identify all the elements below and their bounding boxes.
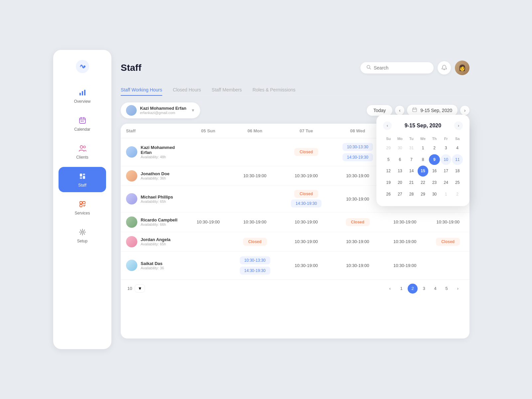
- cal-day[interactable]: 19: [383, 177, 394, 188]
- tabs: Staff Working Hours Closed Hours Staff M…: [121, 84, 469, 96]
- cal-day[interactable]: 23: [429, 177, 440, 188]
- staff-cell-jordan: Jordan Angela Availability: 65h: [121, 232, 187, 251]
- cal-day[interactable]: 2: [429, 143, 440, 154]
- sidebar-item-setup-label: Setup: [77, 239, 87, 243]
- avatar-michael: [126, 193, 137, 204]
- sidebar-item-setup[interactable]: Setup: [59, 223, 106, 248]
- page-4-button[interactable]: 4: [430, 284, 440, 294]
- cal-day[interactable]: 7: [406, 154, 417, 165]
- cal-day[interactable]: 22: [418, 177, 429, 188]
- cal-day[interactable]: 20: [395, 177, 406, 188]
- notification-button[interactable]: [438, 61, 451, 74]
- cal-day[interactable]: 26: [383, 189, 394, 200]
- staff-name-saikat: Saikat Das: [141, 261, 164, 266]
- cal-next-button[interactable]: ›: [454, 121, 463, 130]
- closed-badge: Closed: [294, 148, 318, 156]
- cal-day[interactable]: 28: [406, 189, 417, 200]
- staff-cell-jonathon: Jonathon Doe Availability: 36h: [121, 166, 187, 186]
- cal-day[interactable]: 14: [406, 166, 417, 177]
- cal-day[interactable]: 1: [441, 189, 452, 200]
- cal-day[interactable]: 13: [395, 166, 406, 177]
- cal-day[interactable]: 29: [418, 189, 429, 200]
- sidebar-item-clients[interactable]: Clients: [59, 139, 106, 164]
- col-header-tue: 07 Tue: [281, 124, 332, 138]
- cal-prev-button[interactable]: ‹: [383, 121, 392, 130]
- cal-day[interactable]: 30: [429, 189, 440, 200]
- cal-day[interactable]: 29: [383, 143, 394, 154]
- sidebar-item-services[interactable]: Services: [59, 195, 106, 220]
- search-box[interactable]: [360, 62, 434, 73]
- page-2-button[interactable]: 2: [408, 284, 418, 294]
- next-week-button[interactable]: ›: [460, 106, 469, 115]
- sidebar-item-clients-label: Clients: [76, 155, 88, 160]
- svg-rect-14: [80, 174, 82, 177]
- cal-day[interactable]: 2: [452, 189, 463, 200]
- staff-avail-kazi: Availability: 48h: [141, 155, 182, 159]
- page-title: Staff: [121, 63, 141, 73]
- staff-cell-saikat: Saikat Das Availability: 36: [121, 251, 187, 279]
- cal-day[interactable]: 25: [452, 177, 463, 188]
- tab-closed-hours[interactable]: Closed Hours: [173, 84, 201, 96]
- page-5-button[interactable]: 5: [442, 284, 452, 294]
- cal-day[interactable]: 17: [441, 166, 452, 177]
- cal-day[interactable]: 27: [395, 189, 406, 200]
- chevron-down-icon: ▼: [191, 108, 195, 113]
- cal-day[interactable]: 6: [395, 154, 406, 165]
- next-page-button[interactable]: ›: [453, 284, 463, 294]
- svg-rect-18: [80, 201, 82, 204]
- staff-selector[interactable]: Kazi Mohammed Erfan erfankazi@gmail.com …: [121, 102, 200, 118]
- tab-staff-working-hours[interactable]: Staff Working Hours: [121, 84, 162, 96]
- user-avatar[interactable]: 👩: [455, 61, 469, 75]
- cal-day[interactable]: 30: [395, 143, 406, 154]
- cal-day[interactable]: 11: [452, 154, 463, 165]
- cal-day[interactable]: 18: [452, 166, 463, 177]
- time-slot: 14:30-19:30: [240, 267, 270, 275]
- cal-day[interactable]: 31: [406, 143, 417, 154]
- calendar-header: ‹ 9-15 Sep, 2020 ›: [383, 121, 463, 130]
- tab-roles-permissions[interactable]: Roles & Permissions: [252, 84, 295, 96]
- staff-avail-saikat: Availability: 36: [141, 266, 164, 270]
- search-input[interactable]: [374, 65, 428, 70]
- page-3-button[interactable]: 3: [419, 284, 429, 294]
- cal-day[interactable]: 12: [383, 166, 394, 177]
- cal-day[interactable]: 21: [406, 177, 417, 188]
- staff-name-jonathon: Jonathon Doe: [141, 171, 170, 176]
- sidebar-item-overview[interactable]: Overview: [59, 83, 106, 108]
- cal-day[interactable]: 24: [441, 177, 452, 188]
- prev-page-button[interactable]: ‹: [385, 284, 395, 294]
- cal-day-today[interactable]: 9: [429, 154, 440, 165]
- staff-info-kazi: Kazi Mohammed Erfan Availability: 48h: [141, 145, 182, 159]
- date-range-label: 9-15 Sep, 2020: [420, 108, 452, 113]
- staff-name-kazi: Kazi Mohammed Erfan: [141, 145, 182, 155]
- cal-day[interactable]: 16: [429, 166, 440, 177]
- prev-week-button[interactable]: ‹: [395, 106, 404, 115]
- svg-rect-11: [82, 121, 83, 122]
- cal-day[interactable]: 4: [452, 143, 463, 154]
- cal-day[interactable]: 5: [383, 154, 394, 165]
- svg-rect-6: [79, 118, 85, 123]
- tab-staff-members[interactable]: Staff Members: [212, 84, 242, 96]
- page-1-button[interactable]: 1: [396, 284, 406, 294]
- staff-avail-michael: Availability: 65h: [141, 200, 173, 203]
- kazi-tue: Closed: [281, 138, 332, 166]
- today-button[interactable]: Today: [367, 105, 392, 116]
- staff-info-saikat: Saikat Das Availability: 36: [141, 261, 164, 270]
- cal-day[interactable]: 10: [441, 154, 452, 165]
- avatar-jordan: [126, 236, 137, 247]
- table-footer: 10 ▼ ‹ 1 2 3 4 5 ›: [121, 279, 469, 298]
- staff-name-ricardo: Ricardo Campbell: [141, 217, 178, 222]
- cal-day[interactable]: 3: [441, 143, 452, 154]
- cal-day[interactable]: 8: [418, 154, 429, 165]
- jordan-sun: [187, 232, 229, 251]
- time-slot: 14:30-19:30: [342, 153, 373, 161]
- saikat-fri: [426, 251, 469, 279]
- sidebar-item-calendar[interactable]: Calendar: [59, 111, 106, 136]
- per-page-dropdown[interactable]: ▼: [135, 284, 145, 293]
- cal-header-th: Th: [429, 135, 440, 142]
- jonathon-mon: 10:30-19:00: [229, 166, 281, 186]
- cal-day-range-end[interactable]: 15: [418, 166, 429, 177]
- jordan-wed: 10:30-19:00: [332, 232, 383, 251]
- sidebar-item-staff[interactable]: Staff: [59, 167, 106, 192]
- chart-icon: [78, 88, 87, 97]
- cal-day[interactable]: 1: [418, 143, 429, 154]
